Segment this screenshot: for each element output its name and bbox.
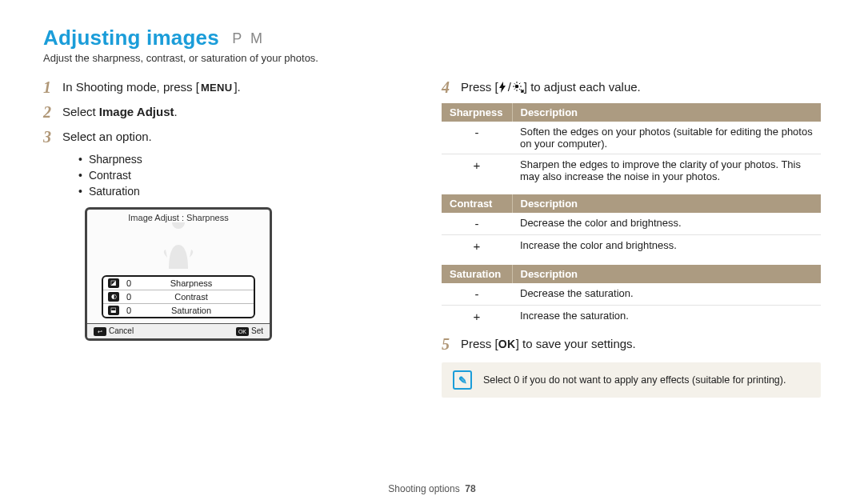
table-contrast: ContrastDescription -Decrease the color … (442, 194, 821, 257)
ok-button-label: OK (498, 336, 516, 352)
menu-button-label: MENU (199, 81, 234, 96)
flash-macro-icon: / (498, 78, 524, 96)
table-row: -Decrease the saturation. (442, 283, 821, 306)
cam-cancel: ↩Cancel (94, 326, 134, 336)
cam-row-saturation: ⬓ 0 Saturation (103, 303, 254, 317)
option-contrast: Contrast (78, 169, 395, 182)
step-5: 5 Press [OK] to save your settings. (442, 335, 821, 353)
cam-title: Image Adjust : Sharpness (87, 210, 270, 222)
table-row: +Sharpen the edges to improve the clarit… (442, 154, 821, 187)
table-saturation: SaturationDescription -Decrease the satu… (442, 265, 821, 327)
note-icon: ✎ (453, 370, 472, 390)
camera-screen-illustration: Image Adjust : Sharpness ◪ 0 Sharpness ◐… (85, 207, 272, 341)
option-saturation: Saturation (78, 185, 395, 198)
back-icon: ↩ (94, 327, 106, 336)
table-row: +Increase the color and brightness. (442, 235, 821, 258)
page-subtitle: Adjust the sharpness, contrast, or satur… (43, 52, 821, 64)
note-box: ✎ Select 0 if you do not want to apply a… (442, 362, 821, 398)
option-list: Sharpness Contrast Saturation (78, 153, 395, 198)
page-title: Adjusting images (43, 26, 219, 50)
mode-indicator: P M (232, 30, 265, 46)
table-sharpness: SharpnessDescription -Soften the edges o… (442, 103, 821, 186)
cam-preview (87, 222, 270, 274)
page-footer: Shooting options 78 (0, 483, 864, 494)
step-3: 3 Select an option. (43, 128, 395, 146)
option-sharpness: Sharpness (78, 153, 395, 166)
table-row: -Decrease the color and brightness. (442, 213, 821, 235)
contrast-icon: ◐ (108, 292, 119, 302)
table-row: -Soften the edges on your photos (suitab… (442, 122, 821, 154)
cam-row-contrast: ◐ 0 Contrast (103, 290, 254, 303)
ok-key-icon: OK (236, 327, 249, 336)
cam-set: OKSet (236, 326, 263, 336)
step-1: 1 In Shooting mode, press [MENU]. (43, 78, 395, 96)
cam-row-sharpness: ◪ 0 Sharpness (103, 277, 254, 290)
step-4: 4 Press [ / ] to adjust each value. (442, 78, 821, 96)
saturation-icon: ⬓ (108, 306, 119, 315)
note-text: Select 0 if you do not want to apply any… (483, 374, 786, 386)
table-row: +Increase the saturation. (442, 306, 821, 328)
sharpness-icon: ◪ (108, 278, 119, 288)
step-2: 2 Select Image Adjust. (43, 103, 395, 121)
svg-point-0 (515, 85, 519, 89)
